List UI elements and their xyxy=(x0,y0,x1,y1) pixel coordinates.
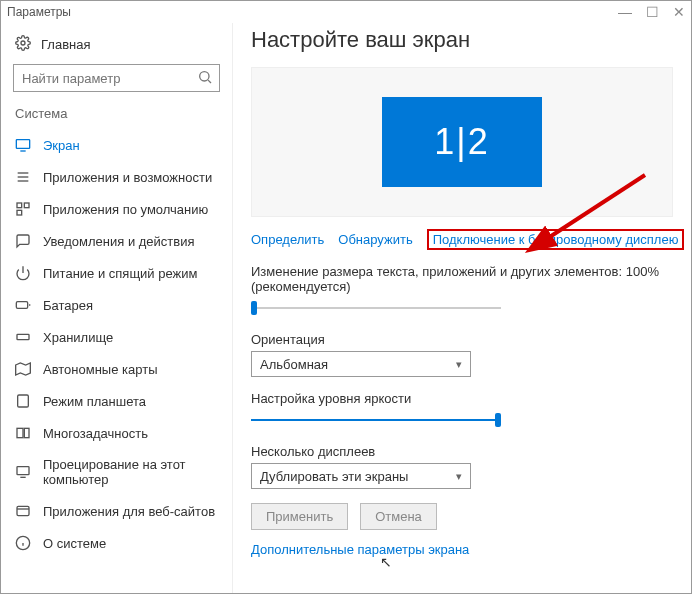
svg-rect-14 xyxy=(17,334,29,339)
sidebar-item-label: Автономные карты xyxy=(43,362,158,377)
apply-button[interactable]: Применить xyxy=(251,503,348,530)
titlebar: Параметры — ☐ ✕ xyxy=(1,1,691,23)
sidebar-item-about[interactable]: О системе xyxy=(1,527,232,559)
maximize-icon[interactable]: ☐ xyxy=(646,4,659,20)
svg-rect-20 xyxy=(17,506,29,515)
sidebar-item-label: Питание и спящий режим xyxy=(43,266,197,281)
svg-line-2 xyxy=(208,80,211,83)
sidebar-item-label: О системе xyxy=(43,536,106,551)
svg-rect-10 xyxy=(17,210,22,215)
sidebar-item-label: Хранилище xyxy=(43,330,113,345)
sidebar-item-label: Экран xyxy=(43,138,80,153)
gear-icon xyxy=(15,35,31,54)
svg-rect-16 xyxy=(18,395,29,407)
multi-displays-label: Несколько дисплеев xyxy=(251,444,673,459)
wireless-display-link[interactable]: Подключение к беспроводному дисплею xyxy=(427,229,685,250)
svg-rect-18 xyxy=(24,428,29,437)
sidebar-item-notifications[interactable]: Уведомления и действия xyxy=(1,225,232,257)
home-link[interactable]: Главная xyxy=(1,29,232,64)
orientation-select[interactable]: Альбомная ▾ xyxy=(251,351,471,377)
minimize-icon[interactable]: — xyxy=(618,4,632,20)
sidebar-item-default-apps[interactable]: Приложения по умолчанию xyxy=(1,193,232,225)
multi-displays-select[interactable]: Дублировать эти экраны ▾ xyxy=(251,463,471,489)
map-icon xyxy=(15,361,31,377)
list-icon xyxy=(15,169,31,185)
sidebar-item-multitasking[interactable]: Многозадачность xyxy=(1,417,232,449)
sidebar-item-display[interactable]: Экран xyxy=(1,129,232,161)
close-icon[interactable]: ✕ xyxy=(673,4,685,20)
sidebar-item-tablet-mode[interactable]: Режим планшета xyxy=(1,385,232,417)
power-icon xyxy=(15,265,31,281)
link-icon xyxy=(15,503,31,519)
sidebar: Главная Система Экран Приложения и возмо… xyxy=(1,23,233,593)
sidebar-item-apps-features[interactable]: Приложения и возможности xyxy=(1,161,232,193)
project-icon xyxy=(15,464,31,480)
monitor-label: 1|2 xyxy=(434,121,489,163)
sidebar-item-storage[interactable]: Хранилище xyxy=(1,321,232,353)
search-icon xyxy=(197,69,213,88)
orientation-value: Альбомная xyxy=(260,357,328,372)
sidebar-item-label: Режим планшета xyxy=(43,394,146,409)
monitor-tile[interactable]: 1|2 xyxy=(382,97,542,187)
svg-marker-15 xyxy=(16,363,31,375)
svg-rect-9 xyxy=(24,203,29,208)
windows-icon xyxy=(15,425,31,441)
chat-icon xyxy=(15,233,31,249)
svg-rect-17 xyxy=(17,428,23,437)
sidebar-item-label: Проецирование на этот компьютер xyxy=(43,457,218,487)
brightness-label: Настройка уровня яркости xyxy=(251,391,673,406)
sidebar-item-web-apps[interactable]: Приложения для веб-сайтов xyxy=(1,495,232,527)
sidebar-item-battery[interactable]: Батарея xyxy=(1,289,232,321)
search-input[interactable] xyxy=(20,70,197,87)
window-title: Параметры xyxy=(7,5,71,19)
battery-icon xyxy=(15,297,31,313)
svg-rect-12 xyxy=(16,302,27,309)
sidebar-item-power[interactable]: Питание и спящий режим xyxy=(1,257,232,289)
monitor-icon xyxy=(15,137,31,153)
main-content: Настройте ваш экран 1|2 Определить Обнар… xyxy=(233,23,691,593)
tablet-icon xyxy=(15,393,31,409)
brightness-slider[interactable] xyxy=(251,410,501,430)
advanced-display-link[interactable]: Дополнительные параметры экрана xyxy=(251,542,469,557)
search-box[interactable] xyxy=(13,64,220,92)
display-preview[interactable]: 1|2 xyxy=(251,67,673,217)
orientation-label: Ориентация xyxy=(251,332,673,347)
section-label: Система xyxy=(1,106,232,129)
chevron-down-icon: ▾ xyxy=(456,470,462,483)
chevron-down-icon: ▾ xyxy=(456,358,462,371)
home-label: Главная xyxy=(41,37,90,52)
sidebar-item-label: Приложения и возможности xyxy=(43,170,212,185)
svg-rect-8 xyxy=(17,203,22,208)
svg-rect-3 xyxy=(16,140,29,149)
multi-displays-value: Дублировать эти экраны xyxy=(260,469,408,484)
sidebar-item-offline-maps[interactable]: Автономные карты xyxy=(1,353,232,385)
sidebar-item-label: Уведомления и действия xyxy=(43,234,195,249)
scale-label: Изменение размера текста, приложений и д… xyxy=(251,264,673,294)
detect-link[interactable]: Обнаружить xyxy=(338,232,412,247)
svg-rect-19 xyxy=(17,467,29,475)
info-icon xyxy=(15,535,31,551)
sidebar-item-label: Приложения по умолчанию xyxy=(43,202,208,217)
cancel-button[interactable]: Отмена xyxy=(360,503,437,530)
sidebar-item-label: Приложения для веб-сайтов xyxy=(43,504,215,519)
sidebar-item-projecting[interactable]: Проецирование на этот компьютер xyxy=(1,449,232,495)
drive-icon xyxy=(15,329,31,345)
svg-point-0 xyxy=(21,41,25,45)
svg-point-1 xyxy=(200,71,209,80)
sidebar-item-label: Многозадачность xyxy=(43,426,148,441)
page-title: Настройте ваш экран xyxy=(251,27,673,53)
sidebar-item-label: Батарея xyxy=(43,298,93,313)
scale-slider[interactable] xyxy=(251,298,501,318)
grid-icon xyxy=(15,201,31,217)
identify-link[interactable]: Определить xyxy=(251,232,324,247)
